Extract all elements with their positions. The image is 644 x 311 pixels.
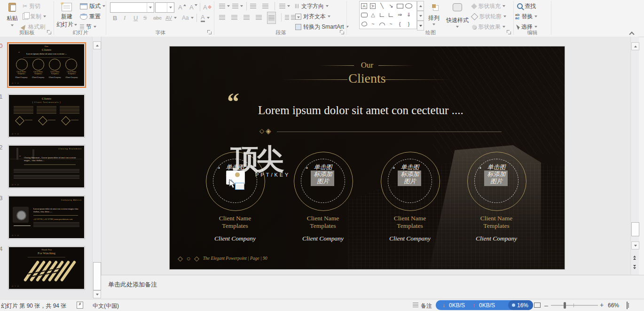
notes-placeholder[interactable]: 单击此处添加备注 (108, 280, 157, 289)
client-placeholder-3[interactable]: • 单击图 标添加 图片 Client Name Templates Clien… (381, 152, 439, 250)
client-company[interactable]: Client Company (294, 235, 352, 242)
paste-button[interactable]: 粘贴 (2, 1, 23, 30)
thumbnail-slide-91[interactable]: Clients [ Client Testimonials ] ◇ ○ ◇ (8, 94, 85, 137)
network-speed-widget[interactable]: ↓ 0KB/S ↑ 0KB/S 16% (436, 300, 533, 310)
reading-view-icon[interactable] (534, 303, 541, 308)
scroll-up-button[interactable] (631, 42, 639, 50)
distribute-button[interactable] (267, 12, 276, 24)
increase-indent-button[interactable] (262, 1, 268, 11)
shape-arc[interactable] (377, 20, 386, 28)
thumbnail-slide-90[interactable]: Our Clients “ Lorem ipsum dolor sit amet… (8, 44, 85, 86)
notes-pane[interactable]: 单击此处添加备注 (101, 275, 644, 299)
reset-button[interactable]: 重置 (80, 12, 101, 21)
paragraph-dialog-launcher[interactable] (340, 30, 344, 34)
next-slide-button[interactable] (633, 265, 636, 269)
zoom-in-button[interactable]: + (600, 301, 604, 309)
shape-arrow[interactable]: ↘ (386, 2, 395, 10)
thumbnail-slide-94[interactable]: Thank You For Watching ◇ ○ ◇ (8, 247, 85, 289)
gallery-scroll-down[interactable] (417, 11, 424, 21)
shape-right-arrow[interactable]: ⇒ (395, 11, 404, 19)
scroll-down-button[interactable] (631, 241, 639, 249)
align-center-button[interactable] (231, 13, 237, 22)
line-spacing-button[interactable] (279, 1, 290, 11)
justify-button[interactable] (256, 13, 262, 22)
font-name-combo[interactable] (110, 2, 154, 13)
client-company[interactable]: Client Company (381, 235, 439, 242)
shape-line[interactable]: ╲ (377, 2, 386, 10)
shape-vertical-textbox[interactable]: A (369, 2, 377, 10)
cut-button[interactable]: ✂ 剪切 (23, 1, 40, 11)
client-name[interactable]: Client Name Templates (295, 215, 351, 230)
shape-rounded-rectangle[interactable] (360, 11, 369, 19)
shrink-font-button[interactable]: A (189, 2, 197, 12)
shape-elbow-arrow[interactable] (386, 11, 395, 19)
client-name[interactable]: Client Name Templates (468, 215, 525, 230)
collapse-ribbon-icon[interactable] (629, 31, 634, 37)
scroll-thumb[interactable] (631, 222, 639, 236)
arrange-button[interactable]: 排列 (424, 1, 443, 30)
shape-oval[interactable] (404, 2, 413, 10)
main-scrollbar[interactable] (630, 37, 639, 298)
align-text-button[interactable]: 对齐文本 (295, 12, 330, 21)
font-dialog-launcher[interactable] (207, 30, 212, 34)
align-left-button[interactable] (219, 13, 225, 22)
client-name[interactable]: Client Name Templates (382, 215, 438, 230)
bold-button[interactable]: B (113, 13, 117, 23)
clear-formatting-button[interactable]: A (203, 2, 211, 12)
font-size-combo[interactable] (155, 2, 174, 13)
shape-down-arrow[interactable]: ⇓ (404, 11, 413, 19)
numbering-button[interactable] (232, 1, 243, 11)
shape-triangle[interactable]: △ (369, 11, 377, 19)
font-color-button[interactable]: A (201, 13, 210, 23)
fit-to-window-icon[interactable] (627, 302, 628, 309)
character-spacing-button[interactable]: AV (165, 13, 177, 23)
zoom-level[interactable]: 66% (608, 302, 619, 309)
shape-elbow[interactable] (377, 11, 386, 19)
client-placeholder-2[interactable]: • 单击图 标添加 图片 Client Name Templates Clien… (294, 152, 352, 250)
drawing-dialog-launcher[interactable] (507, 30, 511, 34)
clipboard-dialog-launcher[interactable] (47, 30, 51, 34)
slide-quote-text[interactable]: Lorem ipsum dolor sit amet con cectetur … (258, 104, 463, 117)
spellcheck-icon[interactable]: ✗ (77, 302, 83, 309)
thumbnail-slide-92[interactable]: Closing Statement “ Closing Statement，Lo… (8, 145, 85, 188)
text-direction-button[interactable]: 文字方向 (295, 1, 329, 11)
thumb-scroll-thumb[interactable] (93, 262, 101, 290)
copy-button[interactable]: 复制 (23, 12, 46, 21)
shape-brace-left[interactable]: { (395, 20, 404, 28)
underline-button[interactable]: U (134, 13, 138, 23)
thumbnail-slide-93[interactable]: Company Advice Lorem ipsum dolor sit ame… (8, 196, 85, 239)
shape-brace-right[interactable]: } (404, 20, 413, 28)
new-slide-button[interactable]: ✳ 新建 幻灯片 (56, 1, 77, 30)
shape-textbox[interactable]: A (360, 2, 369, 10)
font-size-dropdown-icon[interactable] (167, 3, 174, 12)
client-name[interactable]: Client Name Templates (207, 215, 263, 230)
font-name-dropdown-icon[interactable] (147, 3, 154, 12)
italic-button[interactable]: I (124, 13, 126, 23)
find-button[interactable]: 查找 (517, 1, 536, 11)
text-shadow-button[interactable]: abc (153, 13, 162, 23)
zoom-out-button[interactable]: – (544, 302, 548, 309)
quick-styles-button[interactable]: 快速样式 (445, 1, 470, 30)
change-case-button[interactable]: Aa (182, 13, 194, 23)
thumb-scroll-down[interactable] (93, 290, 101, 298)
strikethrough-button[interactable]: S (143, 13, 147, 23)
shape-scribble[interactable]: ~ (369, 20, 377, 28)
gallery-scroll-up[interactable] (417, 1, 424, 11)
client-company[interactable]: Client Company (467, 235, 526, 242)
slide-canvas[interactable]: Our Clients “ Lorem ipsum dolor sit amet… (170, 47, 565, 269)
shape-fill-button[interactable]: 形状填充 (472, 1, 505, 11)
slide-eyebrow-title[interactable]: Our (170, 61, 565, 70)
decrease-indent-button[interactable] (250, 1, 256, 11)
thumbnail-scrollbar[interactable] (92, 37, 101, 298)
thumb-scroll-up[interactable] (93, 41, 101, 49)
slide-main-title[interactable]: Clients (170, 71, 565, 86)
language-indicator[interactable]: 中文(中国) (93, 302, 119, 310)
zoom-slider-handle[interactable] (564, 302, 566, 309)
shape-freeform[interactable] (360, 20, 369, 28)
bullets-button[interactable] (219, 1, 230, 11)
client-company[interactable]: Client Company (206, 235, 264, 242)
client-placeholder-4[interactable]: • 单击图 标添加 图片 Client Name Templates Clien… (467, 152, 526, 250)
notes-toggle[interactable]: 备注 (421, 302, 432, 310)
grow-font-button[interactable]: A (178, 2, 186, 12)
shape-rectangle[interactable] (395, 2, 404, 10)
